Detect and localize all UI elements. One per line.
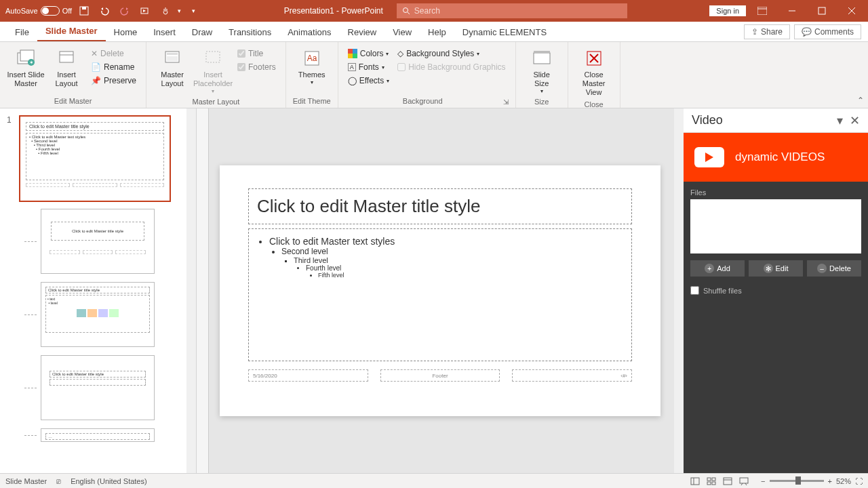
group-close: Close Master View Close [568, 42, 620, 108]
tab-insert[interactable]: Insert [145, 23, 184, 41]
shuffle-checkbox[interactable]: Shuffle files [690, 286, 861, 295]
fit-to-window-button[interactable]: ⛶ [855, 477, 863, 485]
status-language[interactable]: English (United States) [71, 477, 147, 485]
maximize-button[interactable] [808, 0, 835, 22]
content-placeholder[interactable]: Click to edit Master text styles Second … [248, 228, 632, 361]
preserve-icon: 📌 [91, 76, 101, 85]
svg-rect-27 [534, 53, 550, 64]
svg-rect-20 [206, 52, 220, 62]
edit-file-button[interactable]: ✻Edit [749, 260, 803, 277]
layout-thumbnail[interactable]: Click to edit Master title style [41, 355, 193, 420]
tab-review[interactable]: Review [340, 23, 385, 41]
themes-icon: Aa [301, 47, 323, 69]
background-dialog-launcher[interactable]: ⇲ [502, 98, 510, 106]
delete-file-button[interactable]: –Delete [807, 260, 861, 277]
zoom-slider[interactable] [770, 480, 824, 482]
zoom-control[interactable]: − + 52% ⛶ [761, 477, 863, 485]
slide-number-placeholder[interactable]: ‹#› [512, 369, 632, 382]
master-slide-thumbnail[interactable]: 1 Click to edit Master title style • Cli… [7, 115, 193, 202]
files-listbox[interactable] [690, 199, 861, 253]
footer-placeholder[interactable]: Footer [380, 369, 500, 382]
close-master-view-button[interactable]: Close Master View [574, 45, 614, 100]
hide-bg-checkbox[interactable]: Hide Background Graphics [395, 61, 508, 73]
colors-icon [348, 49, 357, 58]
svg-rect-1 [82, 7, 86, 9]
thumbnail-scrollbar[interactable] [186, 108, 196, 473]
group-master-layout: Master Layout Insert Placeholder▾ Title … [146, 42, 286, 108]
add-file-button[interactable]: +Add [690, 260, 745, 277]
toggle-switch-icon [41, 6, 60, 16]
pane-header: Video ▾ ✕ [684, 108, 868, 133]
svg-point-3 [403, 8, 408, 13]
delete-icon: ✕ [91, 49, 98, 58]
pane-close-button[interactable]: ✕ [850, 113, 860, 128]
collapse-ribbon-button[interactable]: ⌃ [857, 96, 864, 105]
insert-slide-master-button[interactable]: ✶ Insert Slide Master [5, 45, 46, 91]
zoom-out-button[interactable]: − [761, 477, 765, 485]
save-button[interactable] [76, 3, 92, 19]
title-placeholder[interactable]: Click to edit Master title style [248, 188, 632, 224]
themes-button[interactable]: Aa Themes▾ [292, 45, 332, 89]
ribbon-display-button[interactable] [749, 0, 776, 22]
zoom-in-button[interactable]: + [828, 477, 832, 485]
title-bar: AutoSave Off ▾ ▾ Presentation1 - PowerPo… [0, 0, 868, 22]
svg-rect-40 [740, 478, 748, 483]
touch-mode-button[interactable] [157, 3, 174, 19]
status-bar: Slide Master ⎚ English (United States) −… [0, 473, 868, 488]
svg-rect-5 [757, 7, 767, 15]
rename-button[interactable]: 📄Rename [88, 61, 139, 73]
search-box[interactable] [397, 3, 627, 18]
preserve-button[interactable]: 📌Preserve [88, 75, 139, 87]
tab-animations[interactable]: Animations [279, 23, 339, 41]
svg-rect-25 [348, 54, 353, 58]
editor-scrollbar[interactable] [674, 108, 684, 473]
layout-thumbnail[interactable]: Click to edit Master title style [41, 209, 193, 274]
normal-view-button[interactable] [688, 475, 703, 487]
comments-button[interactable]: 💬Comments [794, 24, 861, 39]
effects-button[interactable]: ◯Effects▾ [345, 75, 392, 87]
undo-button[interactable] [96, 3, 113, 19]
minimize-button[interactable] [778, 0, 806, 22]
tab-dynamic-elements[interactable]: Dynamic ELEMENTS [454, 23, 555, 41]
layout-thumbnail[interactable]: Click to edit Master title style • text … [41, 282, 193, 347]
fonts-button[interactable]: AFonts▾ [345, 61, 392, 73]
insert-placeholder-button[interactable]: Insert Placeholder▾ [193, 45, 233, 98]
video-pane: Video ▾ ✕ dynamic VIDEOS Files +Add ✻Edi… [684, 108, 868, 473]
slide-sorter-button[interactable] [704, 475, 719, 487]
master-layout-button[interactable]: Master Layout [152, 45, 193, 91]
reading-view-button[interactable] [720, 475, 735, 487]
background-styles-button[interactable]: ◇Background Styles▾ [395, 47, 508, 60]
date-placeholder[interactable]: 5/16/2020 [248, 369, 368, 382]
redo-button[interactable] [117, 3, 133, 19]
slideshow-button[interactable] [736, 475, 751, 487]
sign-in-button[interactable]: Sign in [709, 5, 746, 16]
layout-thumbnail[interactable]: … [41, 428, 193, 442]
slide-size-button[interactable]: Slide Size▾ [521, 45, 562, 98]
close-window-button[interactable] [838, 0, 865, 22]
pane-dropdown-button[interactable]: ▾ [837, 113, 843, 128]
zoom-level[interactable]: 52% [836, 477, 851, 485]
tab-slide-master[interactable]: Slide Master [37, 22, 106, 41]
insert-layout-button[interactable]: Insert Layout [46, 45, 87, 91]
delete-layout-button[interactable]: ✕Delete [88, 47, 139, 60]
slide-canvas[interactable]: Click to edit Master title style Click t… [220, 165, 660, 416]
autosave-toggle[interactable]: AutoSave Off [5, 6, 72, 16]
footers-checkbox[interactable]: Footers [235, 61, 279, 73]
master-layout-icon [161, 47, 183, 69]
svg-rect-8 [818, 7, 825, 14]
svg-rect-35 [712, 478, 715, 481]
share-button[interactable]: ⇪Share [744, 24, 790, 39]
title-checkbox[interactable]: Title [235, 47, 279, 60]
tab-file[interactable]: File [7, 23, 37, 41]
tab-draw[interactable]: Draw [184, 23, 220, 41]
search-input[interactable] [414, 6, 622, 16]
tab-help[interactable]: Help [420, 23, 454, 41]
tab-transitions[interactable]: Transitions [220, 23, 279, 41]
colors-button[interactable]: Colors▾ [345, 47, 392, 60]
accessibility-icon[interactable]: ⎚ [56, 477, 61, 485]
close-icon [583, 47, 605, 69]
qat-customize-button[interactable]: ▾ [185, 3, 201, 19]
tab-home[interactable]: Home [106, 23, 146, 41]
start-from-beginning-button[interactable] [137, 3, 153, 19]
tab-view[interactable]: View [384, 23, 420, 41]
